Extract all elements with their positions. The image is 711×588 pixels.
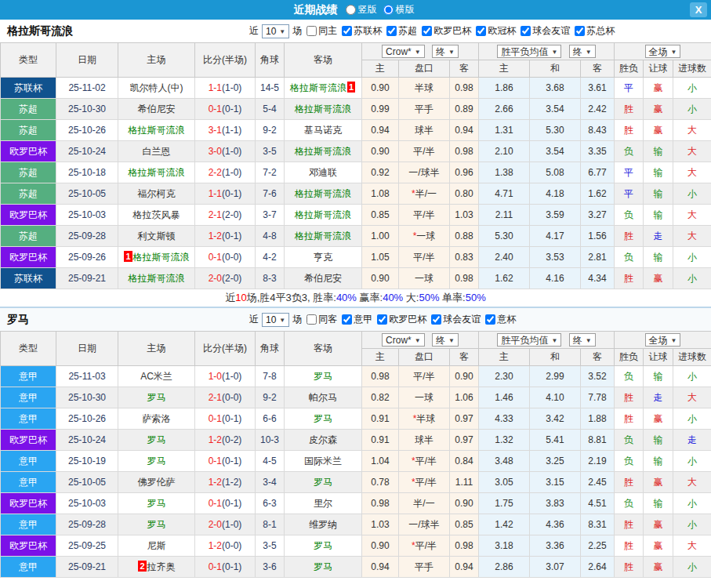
col-result-goals: 进球数	[673, 349, 711, 366]
same-venue-checkbox[interactable]: 同客	[307, 313, 337, 326]
team-label: 佛罗伦萨	[138, 477, 176, 488]
cell-avg-lose: 2.45	[581, 472, 615, 493]
cell-score: 2-0(1-0)	[195, 514, 256, 535]
horizontal-radio[interactable]	[383, 5, 394, 15]
cell-avg-lose: 1.62	[581, 183, 615, 205]
cell-odds-away: 0.94	[450, 120, 479, 141]
odds-group-header: Crow* 终	[362, 43, 479, 60]
bookmaker-select[interactable]: Crow*	[382, 333, 425, 347]
page-title: 近期战绩	[294, 3, 338, 17]
cell-date: 25-10-24	[56, 430, 118, 451]
cell-home-team: 格拉斯哥流浪	[118, 162, 195, 183]
cell-away-team: 希伯尼安	[285, 268, 362, 289]
filter-bar: 近 10 场 同客 意甲欧罗巴杯球会友谊意杯	[249, 313, 516, 327]
games-count-select[interactable]: 10	[262, 24, 289, 38]
games-count-select[interactable]: 10	[262, 313, 289, 327]
cell-score: 1-0(1-0)	[195, 366, 256, 387]
cell-avg-win: 2.10	[479, 141, 530, 162]
same-venue-checkbox[interactable]: 同主	[307, 24, 337, 38]
cell-avg-draw: 4.17	[530, 226, 581, 247]
cell-odds-away: 0.98	[450, 141, 479, 162]
scope-select[interactable]: 全场	[645, 45, 681, 58]
team-label: 亨克	[314, 252, 332, 263]
league-checkbox-input[interactable]	[476, 26, 486, 36]
league-checkbox[interactable]: 欧罗巴杯	[377, 313, 426, 326]
league-checkbox-input[interactable]	[386, 26, 397, 36]
chevron-down-icon	[445, 333, 455, 347]
table-row: 苏联杯 25-09-21 格拉斯哥流浪 2-0(2-0) 8-3 希伯尼安 0.…	[1, 268, 711, 289]
cell-odds-home: 0.90	[362, 268, 399, 289]
league-checkbox-input[interactable]	[485, 314, 495, 325]
col-away: 客场	[285, 43, 362, 78]
section-header: 格拉斯哥流浪 近 10 场 同主 苏联杯苏超欧罗巴杯欧冠杯球会友谊苏总杯	[0, 20, 711, 42]
cell-avg-lose: 6.77	[581, 162, 615, 183]
cell-odds-home: 1.08	[362, 183, 399, 205]
league-checkbox[interactable]: 欧罗巴杯	[422, 24, 471, 38]
team-section: 罗马 近 10 场 同客 意甲欧罗巴杯球会友谊意杯 类型 日期 主场	[0, 307, 711, 578]
league-checkbox-input[interactable]	[521, 26, 531, 36]
league-checkbox[interactable]: 苏超	[386, 24, 417, 38]
cell-league: 苏超	[1, 120, 56, 141]
vertical-radio[interactable]	[346, 5, 356, 15]
col-avg-win: 主	[479, 349, 530, 366]
cell-score: 0-1(0-1)	[195, 99, 256, 120]
scope-select[interactable]: 全场	[645, 333, 681, 347]
avg-select[interactable]: 胜平负均值	[497, 333, 561, 347]
same-venue-input[interactable]	[307, 26, 317, 36]
league-checkbox-input[interactable]	[431, 314, 441, 325]
same-venue-input[interactable]	[307, 314, 317, 325]
league-checkbox[interactable]: 苏联杯	[342, 24, 382, 38]
cell-league: 欧罗巴杯	[1, 205, 56, 226]
avg-final-select[interactable]: 终	[569, 333, 596, 347]
cell-result-handicap: 赢	[644, 99, 673, 120]
cell-corner: 3-6	[256, 557, 285, 578]
cell-home-team: 格拉茨风暴	[118, 205, 195, 226]
cell-result-goals: 小	[673, 78, 711, 99]
avg-select[interactable]: 胜平负均值	[497, 45, 561, 58]
col-handicap: 盘口	[399, 60, 450, 78]
league-checkbox[interactable]: 球会友谊	[521, 24, 570, 38]
cell-corner: 3-7	[256, 205, 285, 226]
cell-avg-draw: 3.54	[530, 99, 581, 120]
odds-final-select[interactable]: 终	[432, 333, 459, 347]
team-label: 帕尔马	[309, 392, 337, 403]
col-home: 主场	[118, 43, 195, 78]
cell-away-team: 格拉斯哥流浪	[285, 99, 362, 120]
cell-avg-win: 3.18	[479, 535, 530, 557]
layout-horizontal-option[interactable]: 横版	[383, 3, 415, 16]
cell-league: 苏超	[1, 99, 56, 120]
avg-final-select[interactable]: 终	[569, 45, 596, 58]
cell-avg-lose: 2.19	[581, 451, 615, 472]
team-label: 尼斯	[147, 540, 166, 551]
close-button[interactable]: X	[690, 2, 707, 17]
cell-league: 欧罗巴杯	[1, 141, 56, 162]
league-checkbox-input[interactable]	[575, 26, 585, 36]
league-checkbox-input[interactable]	[422, 26, 432, 36]
cell-result-goals: 走	[673, 430, 711, 451]
table-row: 意甲 25-09-28 罗马 2-0(1-0) 8-1 维罗纳 1.03 一/球…	[1, 514, 711, 535]
league-checkbox[interactable]: 苏总杯	[575, 24, 615, 38]
near-label: 近	[249, 24, 259, 38]
cell-handicap: 平/半	[399, 141, 450, 162]
league-checkbox[interactable]: 球会友谊	[431, 313, 481, 326]
cell-result-goals: 大	[673, 472, 711, 493]
cell-odds-home: 0.98	[362, 493, 399, 514]
cell-result-goals: 小	[673, 268, 711, 289]
team-label: 福尔柯克	[138, 188, 176, 199]
cell-result-goals: 大	[673, 120, 711, 141]
cell-avg-win: 1.46	[479, 387, 530, 408]
cell-handicap: 一球	[399, 268, 450, 289]
cell-league: 欧罗巴杯	[1, 535, 56, 557]
league-checkbox-input[interactable]	[377, 314, 387, 325]
bookmaker-select[interactable]: Crow*	[382, 45, 425, 58]
league-checkbox-input[interactable]	[342, 314, 352, 325]
league-checkbox[interactable]: 欧冠杯	[476, 24, 516, 38]
league-checkbox[interactable]: 意杯	[485, 313, 516, 326]
cell-avg-draw: 4.16	[530, 268, 581, 289]
league-checkbox[interactable]: 意甲	[342, 313, 372, 326]
odds-final-select[interactable]: 终	[432, 45, 459, 58]
layout-vertical-option[interactable]: 竖版	[346, 3, 377, 16]
league-checkbox-input[interactable]	[342, 26, 352, 36]
table-row: 意甲 25-10-30 罗马 2-1(0-0) 9-2 帕尔马 0.82 一球 …	[1, 387, 711, 408]
cell-result-goals: 大	[673, 535, 711, 557]
